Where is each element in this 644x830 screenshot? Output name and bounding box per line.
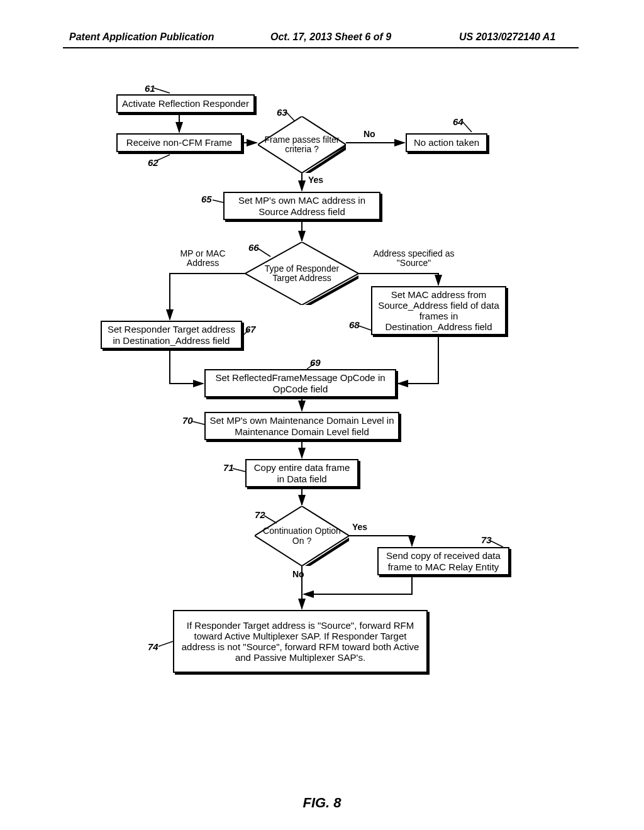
ref-61: 61 bbox=[145, 83, 155, 94]
step-text: Set MAC address from Source_Address fiel… bbox=[376, 289, 501, 333]
step-copy-frame: Copy entire data frame in Data field bbox=[245, 459, 358, 487]
decision-continuation: Continuation Option On ? bbox=[255, 506, 349, 566]
pub-label: Patent Application Publication bbox=[69, 31, 214, 43]
figure-label: FIG. 8 bbox=[0, 795, 644, 811]
step-set-dest-source: Set MAC address from Source_Address fiel… bbox=[371, 286, 506, 335]
label-yes-72: Yes bbox=[352, 522, 367, 532]
label-yes: Yes bbox=[308, 175, 323, 185]
step-no-action: No action taken bbox=[406, 133, 487, 152]
label-no-72: No bbox=[292, 569, 304, 579]
decision-text: Type of Responder Target Address bbox=[245, 264, 358, 284]
flowchart: 61 62 63 64 65 66 67 68 69 70 71 72 73 7… bbox=[63, 94, 579, 755]
label-no: No bbox=[364, 129, 375, 139]
step-send-copy: Send copy of received data frame to MAC … bbox=[377, 547, 509, 575]
step-text: Activate Reflection Responder bbox=[122, 98, 249, 109]
step-text: If Responder Target address is "Source",… bbox=[178, 620, 423, 663]
decision-text: Continuation Option On ? bbox=[255, 526, 349, 546]
decision-text: Frame passes filter criteria ? bbox=[258, 135, 346, 155]
ref-68: 68 bbox=[349, 319, 360, 330]
decision-target-type: Type of Responder Target Address bbox=[245, 242, 358, 305]
step-text: Copy entire data frame in Data field bbox=[250, 462, 353, 484]
step-set-md-level: Set MP's own Maintenance Domain Level in… bbox=[204, 412, 399, 440]
step-set-source-mac: Set MP's own MAC address in Source Addre… bbox=[223, 192, 380, 220]
step-text: Set Responder Target address in Destinat… bbox=[106, 324, 237, 346]
ref-64: 64 bbox=[453, 116, 464, 127]
ref-69: 69 bbox=[310, 357, 321, 368]
label-source: Address specified as "Source" bbox=[370, 249, 458, 268]
step-text: No action taken bbox=[414, 137, 479, 148]
step-text: Receive non-CFM Frame bbox=[126, 137, 232, 148]
pub-number: US 2013/0272140 A1 bbox=[459, 31, 555, 43]
step-forward-rfm: If Responder Target address is "Source",… bbox=[173, 610, 428, 673]
header-rule bbox=[63, 47, 579, 48]
label-mp-mac: MP or MAC Address bbox=[167, 249, 239, 268]
step-text: Set MP's own Maintenance Domain Level in… bbox=[209, 415, 394, 437]
step-receive-frame: Receive non-CFM Frame bbox=[116, 133, 242, 152]
step-text: Send copy of received data frame to MAC … bbox=[382, 550, 504, 572]
date-sheet: Oct. 17, 2013 Sheet 6 of 9 bbox=[270, 31, 391, 43]
step-activate-responder: Activate Reflection Responder bbox=[116, 94, 255, 113]
step-text: Set ReflectedFrameMessage OpCode in OpCo… bbox=[209, 372, 391, 394]
step-set-dest-target: Set Responder Target address in Destinat… bbox=[101, 321, 242, 349]
step-text: Set MP's own MAC address in Source Addre… bbox=[228, 195, 375, 217]
ref-65: 65 bbox=[201, 194, 212, 204]
ref-73: 73 bbox=[481, 534, 492, 545]
ref-71: 71 bbox=[223, 462, 234, 473]
ref-62: 62 bbox=[148, 157, 158, 168]
ref-74: 74 bbox=[148, 641, 158, 652]
step-set-opcode: Set ReflectedFrameMessage OpCode in OpCo… bbox=[204, 369, 396, 397]
decision-filter: Frame passes filter criteria ? bbox=[258, 116, 346, 173]
ref-67: 67 bbox=[245, 324, 256, 335]
ref-70: 70 bbox=[182, 415, 193, 426]
